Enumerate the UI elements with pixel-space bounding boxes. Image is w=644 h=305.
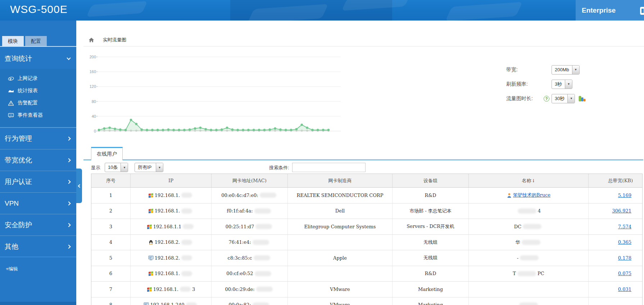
linux-icon [148, 239, 154, 245]
cell-index: 6 [91, 266, 131, 282]
column-header-0[interactable]: 序号 [91, 174, 131, 187]
cell-vendor [288, 266, 393, 282]
edition-label: Enterprise [582, 0, 616, 21]
cell-mac: c8:3c:85:c [212, 250, 288, 266]
sidebar-section-5[interactable]: 安全防护 [0, 214, 76, 236]
sidebar-section-3[interactable]: 用户认证 [0, 171, 76, 192]
home-icon[interactable] [89, 37, 94, 43]
monitor-icon [148, 255, 154, 261]
chart-type-icon[interactable] [579, 95, 586, 102]
ip-text: 192.168.1. [155, 208, 180, 214]
table-body: 1192.168.1.00:e0:4c:d7:e0:REALTEK SEMICO… [91, 188, 642, 305]
cell-bandwidth: 0.031 [589, 282, 642, 297]
sidebar-section-label: 带宽优化 [5, 156, 32, 164]
chevron-right-icon [67, 136, 71, 140]
ip-filter-select[interactable]: 所有IP ▼ [135, 163, 163, 172]
sidebar-tab-modules[interactable]: 模块 [2, 36, 24, 46]
duration-select[interactable]: 30秒 ▼ [552, 94, 575, 103]
cell-mac: 00:cf:e0:52 [212, 266, 288, 282]
keyboard-key-shape [86, 1, 148, 17]
sidebar-section-label: 用户认证 [5, 178, 32, 185]
page-title: 实时流量图 [103, 37, 126, 43]
bandwidth-link[interactable]: 0.075 [618, 271, 631, 276]
setting-duration: 流量图时长: ? 30秒 ▼ [506, 94, 586, 103]
bandwidth-label: 带宽: [506, 67, 544, 73]
search-label: 搜索条件: [269, 165, 289, 171]
cell-index: 8 [91, 297, 131, 305]
cell-group: 无线组 [393, 250, 469, 266]
help-icon[interactable]: ? [544, 96, 549, 102]
ip-text: 192.168.2. [155, 239, 180, 245]
column-header-6[interactable]: 总带宽(KB) [589, 174, 642, 187]
app-title: WSG-500E [10, 3, 68, 15]
cell-vendor: REALTEK SEMICONDUCTOR CORP [288, 188, 393, 203]
cell-mac: 76:41:e4: [212, 235, 288, 250]
column-header-4[interactable]: 设备组 [393, 174, 469, 187]
cell-index: 7 [91, 282, 131, 297]
bandwidth-link[interactable]: 5.169 [618, 193, 631, 198]
column-header-5[interactable]: 名称↓ [469, 174, 589, 187]
sidebar-item-事件查看器[interactable]: 事件查看器 [0, 109, 76, 121]
sidebar-collapsed-sections: 行为管理带宽优化用户认证VPN安全防护其他 [0, 127, 76, 257]
dropdown-arrow-icon[interactable]: ▼ [572, 66, 579, 74]
mac-text: 00:25:11:d7 [226, 224, 254, 229]
ie-icon: e [8, 76, 14, 82]
cell-vendor: Dell [288, 203, 393, 219]
bandwidth-link[interactable]: 0.178 [618, 255, 631, 261]
sidebar-section-1[interactable]: 行为管理 [0, 127, 76, 149]
cell-mac: 00:25:11:d7 [212, 219, 288, 234]
cell-mac: f0:1f:af:4a: [212, 203, 288, 219]
redaction-smudge [519, 302, 538, 305]
sidebar-item-上网记录[interactable]: e上网记录 [0, 72, 76, 85]
mac-text: 76:41:e4: [228, 239, 251, 245]
duration-label: 流量图时长: [506, 95, 544, 102]
column-label: 总带宽(KB) [608, 178, 633, 184]
chevron-right-icon [67, 223, 71, 227]
sidebar-edit-link[interactable]: +编辑 [0, 266, 76, 272]
sidebar-section-0[interactable]: 查询统计 [0, 48, 76, 69]
column-header-1[interactable]: IP [131, 174, 212, 187]
bandwidth-link[interactable]: 0.365 [618, 239, 631, 245]
chevron-left-icon [78, 184, 82, 188]
cell-bandwidth: 0.365 [589, 235, 642, 250]
user-name-link[interactable]: 笨驴技术的Bruce [513, 192, 550, 198]
bandwidth-link[interactable]: 7.574 [618, 224, 631, 229]
sidebar: 模块 配置 查询统计e上网记录统计报表告警配置事件查看器行为管理带宽优化用户认证… [0, 21, 76, 305]
dropdown-arrow-icon[interactable]: ▼ [121, 163, 128, 172]
chart-svg: 20016012080400 [88, 53, 344, 134]
column-label: 序号 [106, 178, 115, 184]
search-input[interactable] [292, 163, 366, 172]
sidebar-sections: 查询统计e上网记录统计报表告警配置事件查看器行为管理带宽优化用户认证VPN安全防… [0, 48, 76, 257]
cell-group: R&D [393, 188, 469, 203]
table-row: 3192.168.1.100:25:11:d7Elitegroup Comput… [91, 219, 642, 235]
partial-home-icon[interactable] [640, 7, 644, 15]
dropdown-arrow-icon[interactable]: ▼ [565, 80, 572, 89]
column-header-2[interactable]: 网卡地址(MAC) [212, 174, 288, 187]
windows-icon [148, 271, 154, 276]
redaction-smudge [181, 271, 192, 276]
sidebar-section-4[interactable]: VPN [0, 192, 76, 214]
sidebar-section-2[interactable]: 带宽优化 [0, 149, 76, 171]
column-header-3[interactable]: 网卡制造商 [288, 174, 393, 187]
cell-mac: 00:0a:82: [212, 297, 288, 305]
bandwidth-link[interactable]: 0.031 [618, 287, 631, 292]
cell-bandwidth: 306.921 [589, 203, 642, 219]
sidebar-tab-config[interactable]: 配置 [25, 36, 47, 46]
dropdown-arrow-icon[interactable]: ▼ [156, 163, 163, 172]
page-size-select[interactable]: 10条 ▼ [105, 163, 128, 172]
bandwidth-select[interactable]: 200Mb ▼ [552, 65, 580, 75]
sidebar-section-6[interactable]: 其他 [0, 236, 76, 257]
cell-ip: 192.168.1.1 [131, 219, 212, 234]
refresh-select[interactable]: 3秒 ▼ [552, 80, 572, 89]
sidebar-item-告警配置[interactable]: 告警配置 [0, 97, 76, 109]
topbar: WSG-500E Enterprise [0, 0, 644, 21]
bandwidth-link[interactable]: 306.921 [612, 208, 631, 214]
tab-online-users[interactable]: 在线用户 [91, 147, 123, 160]
sidebar-collapse-handle[interactable] [76, 169, 82, 203]
dropdown-arrow-icon[interactable]: ▼ [567, 94, 575, 103]
sidebar-item-统计报表[interactable]: 统计报表 [0, 85, 76, 97]
cell-group: 无线组 [393, 235, 469, 250]
mac-text: 00:0c:29:de: [225, 287, 254, 292]
redaction-smudge [523, 224, 541, 229]
report-icon [8, 88, 14, 94]
